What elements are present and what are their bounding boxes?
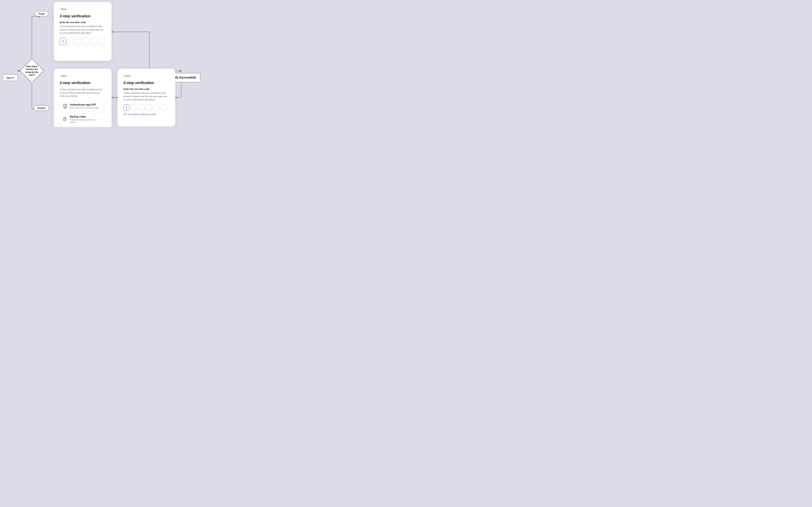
card-br-desc: 2-step verification has been enabled for… <box>123 92 169 101</box>
otp-input-2[interactable] <box>68 38 74 45</box>
back-arrow-br: ‹ <box>123 74 124 77</box>
method-backup[interactable]: Backup codes Paste the backup code you s… <box>60 113 106 126</box>
otp-sm-input-4[interactable] <box>146 105 152 111</box>
otp-sm-input-5[interactable] <box>154 105 160 111</box>
otp-sm-input-1[interactable] <box>123 105 129 111</box>
card-bl-title: 2-step verification <box>60 81 106 85</box>
card-bl-desc: 2-step verification has been enabled for… <box>60 88 106 98</box>
backup-chevron: › <box>102 118 103 121</box>
svg-point-28 <box>65 107 65 107</box>
svg-point-30 <box>64 107 65 108</box>
svg-point-10 <box>112 31 113 33</box>
svg-point-17 <box>112 97 114 98</box>
card-br-title: 2-step verification <box>123 81 169 85</box>
signin-box: Sign-in <box>3 74 17 81</box>
card-method-selection: ‹ Back 2-step verification 2-step verifi… <box>54 69 112 127</box>
try-another-icon <box>123 113 126 116</box>
otp-input-4[interactable] <box>83 38 90 45</box>
decision-text: How many Factors are setup by the user? <box>23 65 41 76</box>
single-label: Single <box>35 11 48 16</box>
try-another-link[interactable]: Try another method to verify <box>123 113 169 116</box>
decision-diamond: How many Factors are setup by the user? <box>19 58 45 83</box>
otp-input-3[interactable] <box>75 38 82 45</box>
single-text: Single <box>38 12 45 15</box>
otp-inputs-br <box>123 105 169 111</box>
otp-sm-input-6[interactable] <box>161 105 167 111</box>
card-top-desc: 2-step verification has been enabled for… <box>60 25 106 35</box>
svg-point-27 <box>64 107 65 107</box>
card-top-title: 2-step verification <box>60 14 106 18</box>
card-br-subtitle: Enter the one-time code <box>123 88 169 90</box>
authenticator-title: Authenticator app OTP <box>70 103 100 106</box>
backup-title: Backup codes <box>70 115 100 118</box>
diagram: Sign-in How many Factors are setup by th… <box>0 0 203 127</box>
authenticator-text: Authenticator app OTP Enter the one-time… <box>70 103 100 109</box>
authenticator-icon <box>62 103 68 109</box>
signin-label: Sign-in <box>6 76 14 79</box>
back-button-br[interactable]: ‹ Back <box>123 74 169 77</box>
back-arrow-top: ‹ <box>60 8 61 10</box>
otp-input-6[interactable] <box>99 38 106 45</box>
authenticator-desc: Enter the one-time code in app <box>70 107 100 109</box>
multiple-label: Multiple <box>34 106 49 111</box>
back-label-br: Back <box>125 74 130 77</box>
multiple-text: Multiple <box>37 107 45 110</box>
backup-icon <box>62 116 68 122</box>
back-label-top: Back <box>61 8 67 10</box>
try-another-text: Try another method to verify <box>127 113 156 115</box>
otp-input-1[interactable] <box>60 38 66 45</box>
back-button-top[interactable]: ‹ Back <box>60 8 106 10</box>
card-top-subtitle: Enter the one-time code <box>60 21 106 23</box>
svg-point-29 <box>65 107 66 107</box>
svg-point-32 <box>65 107 66 108</box>
otp-sm-input-3[interactable] <box>138 105 144 111</box>
backup-desc: Paste the backup code you saved <box>70 118 100 123</box>
otp-input-5[interactable] <box>92 38 98 45</box>
svg-point-21 <box>175 97 177 98</box>
card-single-factor: ‹ Back 2-step verification Enter the one… <box>54 2 112 61</box>
method-authenticator[interactable]: Authenticator app OTP Enter the one-time… <box>60 101 106 111</box>
backup-text: Backup codes Paste the backup code you s… <box>70 115 100 123</box>
back-arrow-bl: ‹ <box>60 74 61 77</box>
card-multi-otp: ‹ Back 2-step verification Enter the one… <box>117 69 175 126</box>
back-button-bl[interactable]: ‹ Back <box>60 74 106 77</box>
svg-rect-26 <box>64 105 66 106</box>
otp-inputs-top <box>60 38 106 45</box>
back-label-bl: Back <box>61 74 67 77</box>
svg-point-31 <box>65 107 65 108</box>
otp-sm-input-2[interactable] <box>131 105 137 111</box>
authenticator-chevron: › <box>102 105 103 108</box>
